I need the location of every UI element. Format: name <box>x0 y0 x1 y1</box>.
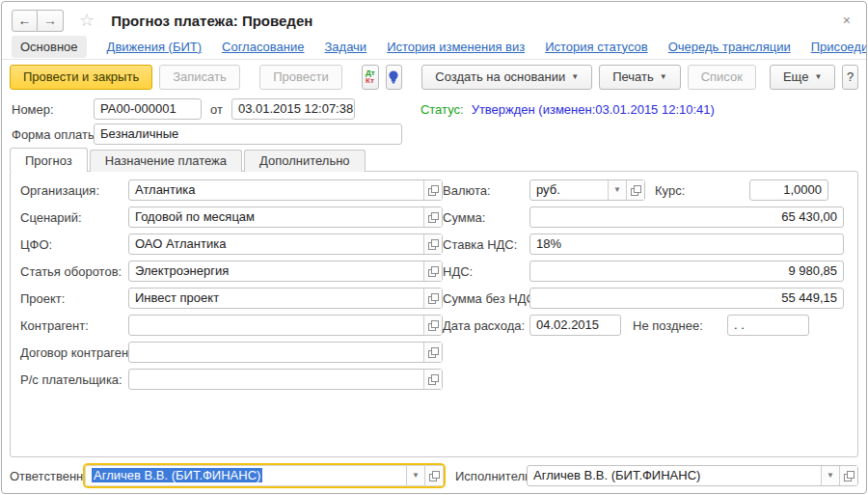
payer-account-open-button[interactable] <box>423 370 442 389</box>
field-row-contract: Договор контрагента: <box>20 342 443 363</box>
nav-item-attached-files[interactable]: Присоединенные файлы <box>811 40 867 54</box>
debit-credit-button[interactable]: Дт Кт <box>362 65 378 90</box>
amount-field[interactable]: 65 430,00 <box>529 206 844 228</box>
open-icon <box>428 347 439 358</box>
back-button[interactable]: ← <box>12 10 38 32</box>
currency-dropdown-button[interactable]: ▼ <box>608 180 626 200</box>
counterparty-field[interactable] <box>128 315 443 336</box>
status-value: Утвержден (изменен:03.01.2015 12:10:41) <box>472 102 715 117</box>
nav-item-broadcast-queue[interactable]: Очередь трансляции <box>668 40 791 54</box>
tab-additional[interactable]: Дополнительно <box>244 150 366 172</box>
counterparty-open-button[interactable] <box>423 316 442 335</box>
more-button[interactable]: Еще ▼ <box>770 65 835 90</box>
nav-item-movements[interactable]: Движения (БИТ) <box>107 40 202 54</box>
field-row-scenario: Сценарий: Годовой по месяцам <box>20 206 443 228</box>
debit-credit-icon: Дт Кт <box>366 69 375 85</box>
favorite-star-icon[interactable]: ☆ <box>79 12 95 29</box>
number-value: РА00-000001 <box>95 99 201 119</box>
nav-item-status-history[interactable]: История статусов <box>545 40 648 54</box>
organization-label: Организация: <box>20 183 128 198</box>
organization-value: Атлантика <box>129 180 423 200</box>
contract-label: Договор контрагента: <box>20 345 128 360</box>
turnover-item-open-button[interactable] <box>423 261 442 281</box>
responsible-dropdown-button[interactable]: ▼ <box>406 466 424 485</box>
help-button[interactable]: ? <box>842 65 858 90</box>
project-field[interactable]: Инвест проект <box>128 288 443 309</box>
executor-dropdown-button[interactable]: ▼ <box>821 466 839 485</box>
field-row-payer-account: Р/с плательщика: <box>20 369 443 390</box>
rate-field[interactable]: 1,0000 <box>749 179 828 201</box>
lamp-button[interactable] <box>386 65 402 90</box>
amount-no-vat-field[interactable]: 55 449,15 <box>529 288 844 309</box>
forward-button[interactable]: → <box>38 10 64 32</box>
forward-icon: → <box>43 13 57 28</box>
cfo-field[interactable]: ОАО Атлантика <box>128 234 443 255</box>
payment-form-row: Форма оплаты: Безналичные <box>12 124 856 145</box>
open-icon <box>428 374 439 385</box>
payment-form-field[interactable]: Безналичные <box>94 124 402 145</box>
chevron-down-icon: ▼ <box>412 472 420 480</box>
executor-open-button[interactable] <box>839 466 857 485</box>
open-icon <box>428 266 439 277</box>
scenario-value: Годовой по месяцам <box>129 207 423 227</box>
scenario-field[interactable]: Годовой по месяцам <box>128 206 443 228</box>
currency-field[interactable]: руб. ▼ <box>529 179 645 201</box>
cfo-open-button[interactable] <box>423 234 442 254</box>
field-row-counterparty: Контрагент: <box>20 315 443 336</box>
field-row-cfo: ЦФО: ОАО Атлантика <box>20 234 443 255</box>
nav-item-visa-history[interactable]: История изменения виз <box>387 40 525 54</box>
no-later-label: Не позднее: <box>633 318 719 333</box>
number-field[interactable]: РА00-000001 <box>94 98 202 120</box>
print-button[interactable]: Печать ▼ <box>599 65 681 90</box>
contract-open-button[interactable] <box>423 343 442 362</box>
project-open-button[interactable] <box>423 289 442 308</box>
scenario-open-button[interactable] <box>423 207 442 227</box>
post-and-close-button[interactable]: Провести и закрыть <box>10 65 152 90</box>
list-button[interactable]: Список <box>688 65 756 90</box>
responsible-value: Агличев В.В. (БИТ.ФИНАНС) <box>92 468 262 482</box>
chevron-down-icon: ▼ <box>827 472 834 480</box>
organization-field[interactable]: Атлантика <box>128 179 443 201</box>
currency-label: Валюта: <box>443 183 529 198</box>
nav-item-tasks[interactable]: Задачи <box>324 40 366 54</box>
nav-item-main[interactable]: Основное <box>12 36 87 58</box>
post-button[interactable]: Провести <box>259 65 342 90</box>
expense-date-field[interactable]: 04.02.2015 <box>529 315 621 336</box>
expense-date-value: 04.02.2015 <box>530 316 620 335</box>
no-later-field[interactable]: . . <box>727 315 809 336</box>
vat-rate-field[interactable]: 18% <box>529 234 844 255</box>
close-icon[interactable]: × <box>837 11 856 30</box>
responsible-open-button[interactable] <box>424 466 443 485</box>
toolbar: Провести и закрыть Записать Провести Дт … <box>10 64 858 90</box>
responsible-field[interactable]: Агличев В.В. (БИТ.ФИНАНС) ▼ <box>85 465 444 486</box>
amount-label: Сумма: <box>443 210 529 225</box>
vat-field[interactable]: 9 980,85 <box>529 261 844 282</box>
document-date-field[interactable]: 03.01.2015 12:07:38 <box>231 98 355 120</box>
nav-item-approval[interactable]: Согласование <box>222 40 304 54</box>
more-label: Еще <box>783 69 808 84</box>
currency-open-button[interactable] <box>626 180 644 200</box>
create-based-on-button[interactable]: Создать на основании ▼ <box>421 65 592 90</box>
field-row-vat: НДС: 9 980,85 <box>443 261 844 282</box>
help-icon: ? <box>847 69 854 84</box>
turnover-item-field[interactable]: Электроэнергия <box>128 261 443 282</box>
contract-field[interactable] <box>128 342 443 363</box>
footer-row: Ответственный: Агличев В.В. (БИТ.ФИНАНС)… <box>10 464 858 487</box>
payer-account-field[interactable] <box>128 369 443 390</box>
tab-forecast[interactable]: Прогноз <box>10 148 88 172</box>
executor-field[interactable]: Агличев В.В. (БИТ.ФИНАНС) ▼ <box>527 465 858 486</box>
save-button[interactable]: Записать <box>159 65 240 90</box>
left-fields-column: Организация: Атлантика Сценарий: Годовой… <box>20 179 443 396</box>
history-buttons: ← → <box>12 10 64 32</box>
open-icon <box>428 185 439 196</box>
executor-value: Агличев В.В. (БИТ.ФИНАНС) <box>528 466 821 485</box>
number-label: Номер: <box>12 102 94 117</box>
post-label: Провести <box>273 69 329 84</box>
open-icon <box>428 212 439 223</box>
list-label: Список <box>701 69 743 84</box>
tab-payment-purpose[interactable]: Назначение платежа <box>90 150 242 172</box>
chevron-down-icon: ▼ <box>613 186 621 194</box>
payment-forecast-window: ← → ☆ Прогноз платежа: Проведен × Основн… <box>1 1 867 494</box>
contract-value <box>129 343 423 362</box>
organization-open-button[interactable] <box>423 180 442 200</box>
